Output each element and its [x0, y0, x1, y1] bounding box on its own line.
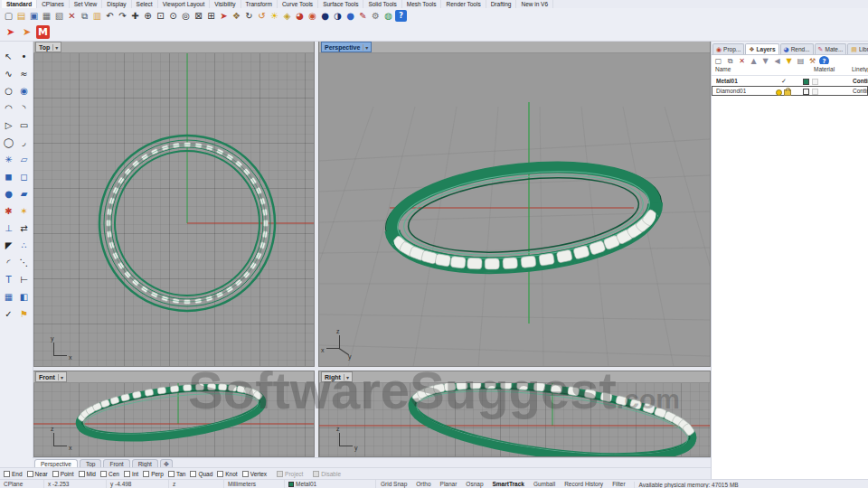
save-icon[interactable]: ▣ — [28, 10, 40, 22]
layer-color-swatch[interactable] — [803, 79, 809, 85]
arc-blend-icon[interactable]: ◜ — [1, 254, 16, 271]
view-rotate-icon[interactable]: ◉ — [16, 82, 32, 99]
named-view-icon[interactable]: ❖ — [231, 10, 242, 22]
layer-linetype[interactable]: Continuous — [853, 88, 868, 94]
checkbox-icon[interactable] — [313, 471, 319, 477]
earth-icon[interactable]: ◍ — [382, 10, 394, 22]
print-icon[interactable]: ▦ — [41, 10, 52, 22]
current-layer-check-icon[interactable]: ✓ — [781, 78, 787, 85]
viewport-top-canvas[interactable]: y x — [33, 52, 314, 366]
viewport-top[interactable]: Top ▾ y x — [33, 41, 315, 367]
curve-blend-icon[interactable]: ◞ — [16, 134, 32, 151]
checkbox-icon[interactable] — [168, 471, 175, 477]
open-file-icon[interactable]: ▤ — [15, 10, 27, 22]
osnap-toggle[interactable]: Int — [124, 471, 138, 477]
osnap-toggle[interactable]: Knot — [217, 471, 237, 477]
viewport-front[interactable]: Front ▾ z x — [33, 371, 315, 457]
menu-tab[interactable]: Transform — [241, 0, 278, 8]
checkbox-icon[interactable] — [277, 471, 283, 477]
viewport-layout-icon[interactable]: ⊞ — [205, 10, 217, 22]
pan-icon[interactable]: ✚ — [129, 10, 141, 22]
plane-icon[interactable]: ▰ — [16, 185, 32, 202]
osnap-toggle[interactable]: Quad — [190, 471, 212, 477]
layer-color-swatch[interactable] — [803, 89, 809, 95]
extrude-icon[interactable]: ◻ — [16, 168, 32, 185]
chevron-down-icon[interactable]: ▾ — [344, 374, 349, 380]
menu-tab[interactable]: Render Tools — [441, 0, 486, 8]
mesh-icon[interactable]: ✳ — [1, 151, 16, 168]
osnap-toggle[interactable]: End — [4, 471, 23, 477]
lock-icon[interactable]: ◈ — [281, 10, 293, 22]
checkbox-icon[interactable] — [100, 471, 107, 477]
mirror-icon[interactable]: ⇄ — [16, 220, 32, 237]
checkbox-icon[interactable] — [79, 471, 85, 477]
options-gear-icon[interactable]: ⚙ — [370, 10, 382, 22]
chevron-down-icon[interactable]: ▾ — [52, 44, 58, 51]
dimension-icon[interactable]: ⊢ — [16, 271, 32, 288]
osnap-toggle[interactable]: Disable — [313, 471, 341, 477]
viewport-perspective[interactable]: Perspective ▾ z x y — [318, 41, 711, 367]
trim-icon[interactable]: ◤ — [1, 237, 16, 254]
box-icon[interactable]: ◼ — [1, 168, 16, 185]
tab-properties[interactable]: ◉ Prop... — [712, 43, 744, 54]
closed-curve-icon[interactable]: ▷ — [1, 117, 16, 134]
menu-tab[interactable]: Solid Tools — [363, 0, 401, 8]
osnap-toggle[interactable]: Project — [277, 471, 303, 477]
layer-material-swatch[interactable] — [812, 89, 818, 95]
join-icon[interactable]: ∴ — [16, 237, 32, 254]
curve-icon[interactable]: ∿ — [1, 65, 16, 82]
undo-icon[interactable]: ↶ — [104, 10, 116, 22]
checkbox-icon[interactable] — [217, 471, 223, 477]
viewport-front-menu[interactable]: Front ▾ — [35, 371, 67, 382]
osnap-toggle[interactable]: Point — [52, 471, 74, 477]
plugin-send-icon[interactable]: ➤ — [4, 25, 17, 39]
point-icon[interactable]: • — [16, 48, 32, 65]
tab-materials[interactable]: ✎ Mate... — [815, 43, 847, 54]
chevron-down-icon[interactable]: ▾ — [58, 374, 63, 380]
tab-rendering[interactable]: ◕ Rend... — [780, 43, 814, 54]
surface-icon[interactable]: ▱ — [16, 151, 32, 168]
osnap-toggle[interactable]: Near — [27, 471, 48, 477]
cplane-button[interactable]: CPlane — [0, 480, 44, 488]
menu-tab[interactable]: Select — [132, 0, 158, 8]
checkbox-icon[interactable] — [143, 471, 149, 477]
render-icon[interactable]: ● — [319, 10, 331, 22]
plugin-m-icon[interactable]: M — [36, 25, 50, 39]
zoom-selected-icon[interactable]: ◎ — [180, 10, 192, 22]
layer-lock-icon[interactable] — [784, 89, 791, 96]
arc-icon[interactable]: ◠ — [1, 99, 16, 117]
render-preview-icon[interactable]: ● — [344, 10, 356, 22]
boolean-icon[interactable]: ◧ — [16, 288, 32, 305]
viewport-perspective-menu[interactable]: Perspective ▾ — [321, 42, 372, 52]
status-toggle[interactable]: Filter — [608, 480, 629, 488]
select-pointer-icon[interactable]: ↖ — [1, 48, 16, 65]
orbit-icon[interactable]: ↺ — [256, 10, 268, 22]
status-toggle[interactable]: Record History — [560, 480, 608, 488]
status-toggle[interactable]: Ortho — [411, 480, 435, 488]
active-layer-pane[interactable]: Metal01 — [285, 480, 376, 488]
layer-material-swatch[interactable] — [812, 79, 818, 85]
layer-linetype[interactable]: Continuous — [853, 78, 868, 84]
flag-icon[interactable]: ⚑ — [16, 305, 32, 323]
menu-tab[interactable]: Standard — [2, 0, 37, 8]
extend-icon[interactable]: ⊥ — [1, 220, 16, 237]
checkbox-icon[interactable] — [27, 471, 33, 477]
rectangle-icon[interactable]: ▭ — [16, 117, 32, 134]
checkbox-icon[interactable] — [4, 471, 10, 477]
annotate-icon[interactable]: ✎ — [357, 10, 369, 22]
viewport-right-menu[interactable]: Right ▾ — [321, 371, 353, 382]
help-icon[interactable]: ? — [395, 10, 407, 22]
osnap-toggle[interactable]: Perp — [143, 471, 164, 477]
status-toggle[interactable]: Gumball — [529, 480, 560, 488]
plugin-send-alt-icon[interactable]: ➤ — [20, 25, 33, 39]
color-wheel-icon[interactable]: ◉ — [307, 10, 318, 22]
viewport-front-canvas[interactable]: z x — [33, 382, 314, 456]
zoom-extents-icon[interactable]: ⊠ — [193, 10, 204, 22]
fillet-curve-icon[interactable]: ◝ — [16, 99, 32, 117]
viewport-perspective-canvas[interactable]: z x y — [319, 52, 710, 366]
checkbox-icon[interactable] — [242, 471, 249, 477]
menu-tab[interactable]: Set View — [70, 0, 103, 8]
chevron-down-icon[interactable]: ▾ — [363, 44, 368, 51]
menu-tab[interactable]: CPlanes — [37, 0, 70, 8]
viewport-right-canvas[interactable]: z y — [319, 382, 710, 456]
